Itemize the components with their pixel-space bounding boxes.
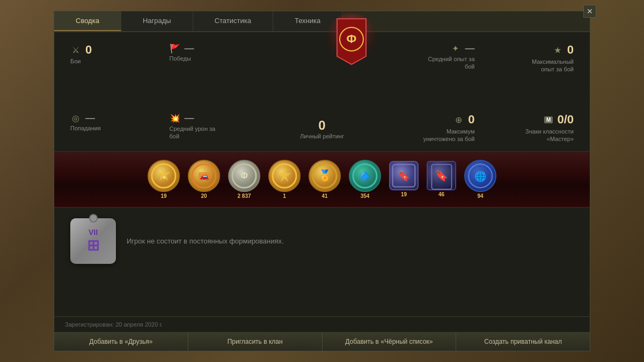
medal-icon-2: 🚗 xyxy=(188,160,220,192)
svg-text:Ф: Ф xyxy=(240,171,248,180)
tab-awards[interactable]: Награды xyxy=(121,11,193,31)
medal-icon-6: 🔷 xyxy=(349,160,381,192)
stat-rating: 0 Личный рейтинг xyxy=(268,113,376,139)
stat-avg-exp: ✦ — Средний опыт за бой xyxy=(376,43,475,71)
add-blacklist-button[interactable]: Добавить в «Чёрный список» xyxy=(323,333,457,351)
avg-damage-icon: 💥 xyxy=(170,113,180,124)
svg-text:🔷: 🔷 xyxy=(360,171,370,181)
victories-label: Победы xyxy=(170,55,191,62)
medals-strip: ✦ 19 🚗 20 xyxy=(54,151,590,208)
content-area: ⚔ 0 Бои 🚩 — Победы xyxy=(54,32,590,351)
medal-icon-3: Ф xyxy=(228,160,260,192)
footer-buttons: Добавить в «Друзья» Пригласить в клан До… xyxy=(54,332,590,351)
dog-tag-emblem: ⊞ xyxy=(87,237,99,254)
medal-3: Ф 2 837 xyxy=(228,160,260,199)
stat-avg-damage: 💥 — Средний урон за бой xyxy=(170,113,269,141)
avg-exp-label: Средний опыт за бой xyxy=(428,55,474,71)
medal-count-6: 354 xyxy=(361,193,370,199)
max-exp-label: Максимальный опыт за бой xyxy=(532,58,574,73)
stat-battles: ⚔ 0 Бои xyxy=(70,43,170,64)
tab-statistics[interactable]: Статистика xyxy=(193,11,273,31)
medal-9: 🌐 94 xyxy=(464,160,496,199)
max-exp-icon: ★ xyxy=(552,45,563,55)
avg-exp-icon: ✦ xyxy=(450,43,461,54)
victories-icon: 🚩 xyxy=(170,43,180,54)
svg-text:🔖: 🔖 xyxy=(435,169,449,183)
medal-5: 🏅 41 xyxy=(309,160,341,199)
medal-icon-4 xyxy=(268,160,301,192)
tab-summary[interactable]: Сводка xyxy=(54,11,121,31)
medal-count-9: 94 xyxy=(477,193,483,199)
svg-text:🌐: 🌐 xyxy=(474,171,487,182)
medal-icon-9: 🌐 xyxy=(464,160,496,192)
rating-label: Личный рейтинг xyxy=(300,133,344,139)
medal-icon-5: 🏅 xyxy=(309,160,341,192)
mastery-value: 0/0 xyxy=(557,113,574,127)
tab-bar: Сводка Награды Статистика Техника xyxy=(54,11,590,32)
avg-damage-label: Средний урон за бой xyxy=(170,125,216,141)
medal-6: 🔷 354 xyxy=(349,160,381,199)
medal-1: ✦ 19 xyxy=(148,160,180,199)
svg-text:🚗: 🚗 xyxy=(200,172,209,181)
registration-info: Зарегистрирован: 20 апреля 2020 г. xyxy=(54,317,590,332)
stat-max-exp: ★ 0 Максимальный опыт за бой xyxy=(475,43,574,73)
victories-value: — xyxy=(185,43,194,54)
dog-tag: VII ⊞ xyxy=(70,218,116,264)
svg-text:✦: ✦ xyxy=(162,174,166,181)
mastery-icon: M xyxy=(544,116,553,123)
close-button[interactable]: ✕ xyxy=(583,5,596,18)
formations-text: Игрок не состоит в постоянных формирован… xyxy=(127,237,284,245)
max-kills-icon: ⊕ xyxy=(453,114,464,125)
footer: Зарегистрирован: 20 апреля 2020 г. Добав… xyxy=(54,316,590,351)
max-kills-value: 0 xyxy=(468,113,474,127)
avg-damage-value: — xyxy=(185,113,194,124)
medal-count-3: 2 837 xyxy=(237,193,251,199)
rating-value: 0 xyxy=(318,118,325,133)
medal-count-4: 1 xyxy=(283,193,286,199)
stats-row-2: ◎ — Попадания 💥 — Средний урон за бой 0 … xyxy=(54,107,590,151)
medal-count-2: 20 xyxy=(201,193,207,199)
medal-count-5: 41 xyxy=(321,193,327,199)
svg-text:🏅: 🏅 xyxy=(318,169,332,182)
mastery-label: Знаки классности «Мастер» xyxy=(525,128,574,143)
medal-icon-7: 🔖 xyxy=(389,161,419,190)
registration-text: Зарегистрирован: 20 апреля 2020 г. xyxy=(65,321,163,328)
medal-icon-1: ✦ xyxy=(148,160,180,192)
medal-count-8: 46 xyxy=(438,191,444,197)
wot-banner: Ф xyxy=(327,13,376,72)
dog-tag-roman: VII xyxy=(89,228,98,237)
hits-icon: ◎ xyxy=(70,113,81,124)
battles-icon: ⚔ xyxy=(70,45,81,55)
medal-4: 1 xyxy=(268,160,301,199)
max-kills-label: Максимум уничтожено за бой xyxy=(423,128,475,143)
svg-text:🔖: 🔖 xyxy=(398,170,411,182)
stats-row-1: ⚔ 0 Бои 🚩 — Победы xyxy=(54,32,590,107)
create-channel-button[interactable]: Создать приватный канал xyxy=(456,333,590,351)
formations-section: VII ⊞ Игрок не состоит в постоянных форм… xyxy=(54,208,590,275)
battles-label: Бои xyxy=(70,58,80,64)
medal-7: 🔖 19 xyxy=(389,161,419,197)
stat-mastery: M 0/0 Знаки классности «Мастер» xyxy=(475,113,574,143)
hits-value: — xyxy=(85,113,95,124)
main-window: ✕ Сводка Награды Статистика Техника ⚔ 0 … xyxy=(54,11,590,351)
medal-8: 🔖 46 xyxy=(427,161,456,197)
hits-label: Попадания xyxy=(70,125,101,131)
emblem-col: Ф xyxy=(268,43,376,102)
medal-icon-8: 🔖 xyxy=(427,161,456,190)
medal-count-1: 19 xyxy=(160,193,166,199)
max-exp-value: 0 xyxy=(567,43,574,57)
stat-hits: ◎ — Попадания xyxy=(70,113,170,131)
stat-max-kills: ⊕ 0 Максимум уничтожено за бой xyxy=(376,113,475,143)
add-friend-button[interactable]: Добавить в «Друзья» xyxy=(54,333,188,351)
avg-exp-value: — xyxy=(465,43,475,54)
medal-2: 🚗 20 xyxy=(188,160,220,199)
invite-clan-button[interactable]: Пригласить в клан xyxy=(188,333,323,351)
stat-victories: 🚩 — Победы xyxy=(170,43,269,62)
svg-text:Ф: Ф xyxy=(347,32,357,46)
medal-count-7: 19 xyxy=(401,191,407,197)
battles-value: 0 xyxy=(85,43,92,57)
